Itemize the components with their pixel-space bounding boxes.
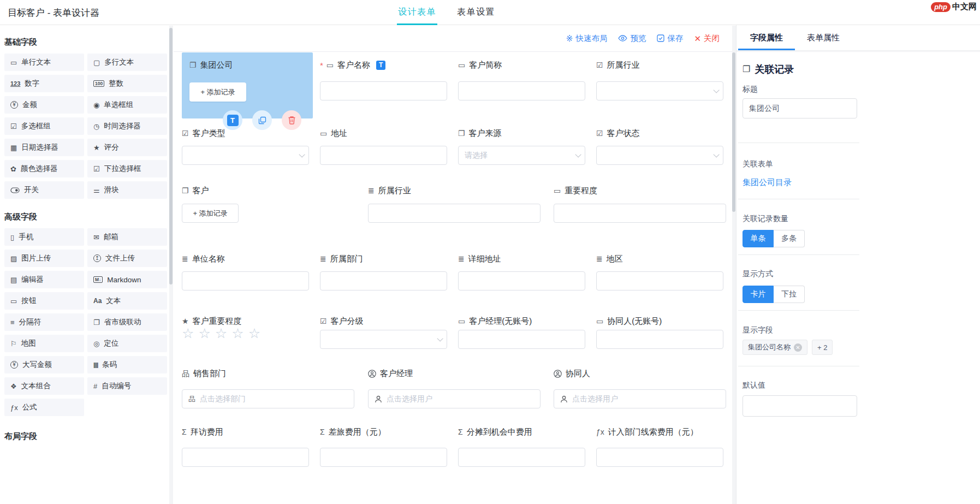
star-icon[interactable]: ☆ xyxy=(198,325,210,341)
field-input-拜访费用[interactable] xyxy=(182,448,309,467)
field-label-所属行业[interactable]: ≣所属行业 xyxy=(368,186,411,195)
field-label-销售部门[interactable]: 品销售部门 xyxy=(182,369,226,378)
canvas-scrollbar[interactable] xyxy=(732,26,736,504)
field-label-客户[interactable]: ❐客户 xyxy=(182,186,209,195)
palette-item-分隔符[interactable]: ≡分隔符 xyxy=(4,313,84,331)
toggle-option-下拉[interactable]: 下拉 xyxy=(774,286,805,303)
toolbar-预览-button[interactable]: 预览 xyxy=(618,33,646,44)
field-input-地址[interactable] xyxy=(320,146,447,165)
display-field-chip[interactable]: + 2 xyxy=(812,340,833,355)
field-input-客户经理(无账号)[interactable] xyxy=(458,330,585,349)
palette-item-图片上传[interactable]: ▨图片上传 xyxy=(4,250,84,267)
palette-item-整数[interactable]: 100整数 xyxy=(87,75,167,92)
toolbar-快速布局-button[interactable]: ※快速布局 xyxy=(566,33,608,44)
field-input-所属部门[interactable] xyxy=(320,271,447,290)
field-label-协同人[interactable]: 协同人 xyxy=(554,369,590,378)
field-label-地址[interactable]: ▭地址 xyxy=(320,128,347,138)
palette-item-开关[interactable]: 开关 xyxy=(4,181,84,199)
field-label-计入部门线索费用（元）[interactable]: ƒx计入部门线索费用（元） xyxy=(596,427,698,437)
field-label-重要程度[interactable]: ▭重要程度 xyxy=(554,186,597,195)
rating-stars[interactable]: ☆☆☆☆☆ xyxy=(182,325,260,341)
palette-item-单行文本[interactable]: ▭单行文本 xyxy=(4,54,84,71)
field-input-所属行业[interactable] xyxy=(368,204,541,223)
field-label-客户分级[interactable]: ☑客户分级 xyxy=(320,316,364,326)
sidebar-scrollbar-thumb[interactable] xyxy=(169,28,173,284)
field-label-协同人(无账号)[interactable]: ▭协同人(无账号) xyxy=(596,316,662,326)
palette-item-条码[interactable]: ||||条码 xyxy=(87,356,167,373)
add-record-button[interactable]: + 添加记录 xyxy=(182,204,239,223)
field-label-详细地址[interactable]: ≣详细地址 xyxy=(458,254,501,264)
palette-item-大写金额[interactable]: ¥大写金额 xyxy=(4,356,84,373)
palette-item-文本组合[interactable]: ❖文本组合 xyxy=(4,377,84,395)
star-icon[interactable]: ☆ xyxy=(248,325,260,341)
field-input-重要程度[interactable] xyxy=(554,204,726,223)
palette-item-自动编号[interactable]: #自动编号 xyxy=(87,377,167,395)
field-label-单位名称[interactable]: ≣单位名称 xyxy=(182,254,225,264)
default-value-input[interactable] xyxy=(743,395,857,417)
tab-设计表单[interactable]: 设计表单 xyxy=(397,0,437,25)
tab-表单设置[interactable]: 表单设置 xyxy=(456,0,496,25)
toggle-option-多条[interactable]: 多条 xyxy=(774,230,805,247)
palette-item-时间选择器[interactable]: ◷时间选择器 xyxy=(87,117,167,135)
palette-item-下拉选择框[interactable]: ☑下拉选择框 xyxy=(87,160,167,177)
field-label-地区[interactable]: ≣地区 xyxy=(596,254,623,264)
field-select-客户类型[interactable] xyxy=(182,146,309,165)
text-style-action-button[interactable]: T xyxy=(223,110,242,130)
field-label-客户重要程度[interactable]: ★客户重要程度 xyxy=(182,316,242,326)
field-select-所属行业[interactable] xyxy=(596,81,723,100)
star-icon[interactable]: ☆ xyxy=(231,325,243,341)
palette-item-编辑器[interactable]: ▤编辑器 xyxy=(4,271,84,288)
field-input-差旅费用（元）[interactable] xyxy=(320,448,447,467)
palette-item-公式[interactable]: ƒx公式 xyxy=(4,399,84,416)
palette-item-文件上传[interactable]: ↥文件上传 xyxy=(87,250,167,267)
palette-item-定位[interactable]: ◎定位 xyxy=(87,335,167,352)
field-input-销售部门[interactable]: 品点击选择部门 xyxy=(182,389,354,408)
field-input-地区[interactable] xyxy=(596,271,723,290)
field-label-客户状态[interactable]: ☑客户状态 xyxy=(596,128,640,138)
toggle-option-卡片[interactable]: 卡片 xyxy=(743,286,774,303)
field-input-协同人(无账号)[interactable] xyxy=(596,330,723,349)
field-label-所属行业[interactable]: ☑所属行业 xyxy=(596,60,640,70)
chip-close-icon[interactable]: ✕ xyxy=(794,343,802,352)
palette-item-邮箱[interactable]: ✉邮箱 xyxy=(87,228,167,246)
field-input-客户名称[interactable] xyxy=(320,81,447,100)
field-input-单位名称[interactable] xyxy=(182,271,309,290)
field-label-客户简称[interactable]: ▭客户简称 xyxy=(458,60,502,70)
palette-item-Markdown[interactable]: M↓Markdown xyxy=(87,271,167,288)
field-input-协同人[interactable]: 点击选择用户 xyxy=(554,389,726,408)
field-label-分摊到机会中费用[interactable]: Σ分摊到机会中费用 xyxy=(458,427,532,437)
field-label-客户来源[interactable]: ❐客户来源 xyxy=(458,128,502,138)
related-form-link[interactable]: 集团公司目录 xyxy=(743,177,792,188)
display-field-chip[interactable]: 集团公司名称✕ xyxy=(743,340,807,355)
star-icon[interactable]: ☆ xyxy=(215,325,227,341)
field-input-分摊到机会中费用[interactable] xyxy=(458,448,585,467)
title-input[interactable]: 集团公司 xyxy=(743,98,857,118)
palette-item-单选框组[interactable]: ◉单选框组 xyxy=(87,96,167,114)
field-select-客户状态[interactable] xyxy=(596,146,723,165)
field-label-拜访费用[interactable]: Σ拜访费用 xyxy=(182,427,223,437)
palette-item-文本[interactable]: Aa文本 xyxy=(87,292,167,310)
add-record-button[interactable]: + 添加记录 xyxy=(189,82,246,102)
panel-tab-字段属性[interactable]: 字段属性 xyxy=(738,25,795,50)
field-label-客户经理[interactable]: 客户经理 xyxy=(368,369,413,378)
field-label-集团公司[interactable]: ❐集团公司 xyxy=(189,60,233,70)
field-label-所属部门[interactable]: ≣所属部门 xyxy=(320,254,363,264)
star-icon[interactable]: ☆ xyxy=(182,325,194,341)
field-select-客户分级[interactable] xyxy=(320,330,447,349)
panel-tab-表单属性[interactable]: 表单属性 xyxy=(795,25,852,50)
sidebar-scrollbar[interactable] xyxy=(169,26,173,504)
palette-item-多选框组[interactable]: ☑多选框组 xyxy=(4,117,84,135)
field-select-客户来源[interactable]: 请选择 xyxy=(458,146,585,165)
palette-item-按钮[interactable]: ▭按钮 xyxy=(4,292,84,310)
field-label-客户名称[interactable]: *▭客户名称T xyxy=(320,60,385,70)
palette-item-数字[interactable]: 123数字 xyxy=(4,75,84,92)
copy-field-button[interactable] xyxy=(252,110,272,130)
delete-field-button[interactable] xyxy=(282,110,301,130)
palette-item-多行文本[interactable]: ▢多行文本 xyxy=(87,54,167,71)
field-label-差旅费用（元）[interactable]: Σ差旅费用（元） xyxy=(320,427,386,437)
field-label-客户经理(无账号)[interactable]: ▭客户经理(无账号) xyxy=(458,316,532,326)
field-input-客户经理[interactable]: 点击选择用户 xyxy=(368,389,541,408)
toolbar-关闭-button[interactable]: ✕关闭 xyxy=(694,33,720,44)
canvas-scrollbar-thumb[interactable] xyxy=(732,52,735,212)
palette-item-日期选择器[interactable]: ▦日期选择器 xyxy=(4,139,84,156)
